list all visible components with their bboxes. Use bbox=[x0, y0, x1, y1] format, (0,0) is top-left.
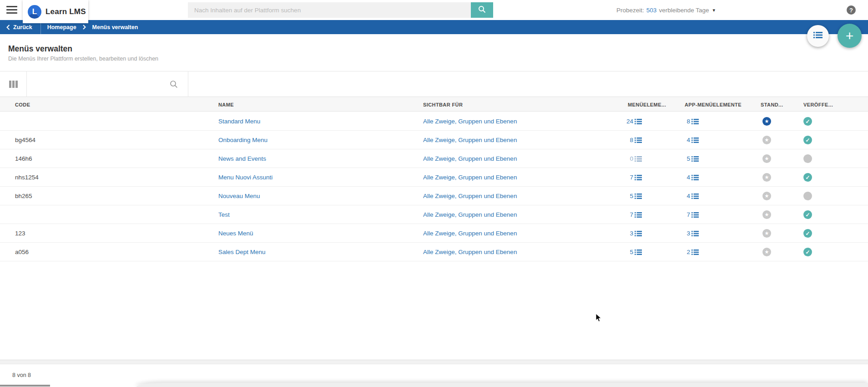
columns-picker-button[interactable] bbox=[0, 71, 27, 97]
table-header-row: CODE NAME SICHTBAR FÜR MENÜELEME... APP-… bbox=[0, 97, 868, 112]
search-icon bbox=[478, 5, 486, 15]
menu-items-count-link[interactable]: 3 bbox=[617, 230, 642, 237]
menu-name-link[interactable]: Test bbox=[218, 211, 230, 218]
published-toggle[interactable]: ✓ bbox=[803, 248, 812, 256]
trial-period-dropdown[interactable]: Probezeit: 503 verbleibende Tage ▾ bbox=[616, 0, 715, 20]
menu-items-count-link[interactable]: 0 bbox=[617, 155, 642, 162]
app-menu-items-count-link[interactable]: 5 bbox=[674, 155, 699, 162]
global-search-input[interactable] bbox=[188, 2, 471, 18]
help-button[interactable]: ? bbox=[844, 3, 858, 17]
column-header-standard[interactable]: STAND... bbox=[761, 97, 783, 112]
menu-visibility-link[interactable]: Alle Zweige, Gruppen und Ebenen bbox=[423, 230, 517, 237]
menu-name-link[interactable]: Menu Nuovi Assunti bbox=[218, 174, 273, 181]
published-toggle[interactable]: ✓ bbox=[803, 192, 812, 200]
star-icon: ★ bbox=[765, 194, 769, 199]
list-icon bbox=[635, 193, 642, 199]
standard-star-toggle[interactable]: ★ bbox=[762, 229, 771, 238]
mouse-cursor bbox=[595, 313, 602, 324]
menu-items-count-link[interactable]: 7 bbox=[617, 211, 642, 218]
add-menu-button[interactable]: + bbox=[838, 24, 862, 48]
published-toggle[interactable]: ✓ bbox=[803, 117, 812, 126]
column-header-menu-items[interactable]: MENÜELEME... bbox=[628, 97, 666, 112]
menu-items-count-link[interactable]: 8 bbox=[617, 137, 642, 143]
view-list-button[interactable] bbox=[807, 25, 829, 47]
menu-visibility-link[interactable]: Alle Zweige, Gruppen und Ebenen bbox=[423, 155, 517, 162]
column-header-visibility[interactable]: SICHTBAR FÜR bbox=[423, 97, 463, 112]
app-logo[interactable]: L Learn LMS bbox=[23, 0, 88, 23]
search-button[interactable] bbox=[471, 2, 493, 18]
menu-items-count: 5 bbox=[617, 249, 633, 255]
published-toggle[interactable]: ✓ bbox=[803, 173, 812, 182]
column-header-code[interactable]: CODE bbox=[15, 97, 30, 112]
check-icon: ✓ bbox=[805, 137, 810, 143]
published-toggle[interactable]: ✓ bbox=[803, 229, 812, 238]
list-icon bbox=[635, 118, 642, 125]
table-search-input[interactable] bbox=[27, 71, 168, 97]
app-menu-items-count: 4 bbox=[674, 193, 690, 199]
trial-prefix: Probezeit: bbox=[616, 7, 644, 14]
menu-items-count-link[interactable]: 7 bbox=[617, 174, 642, 181]
app-menu-items-count-link[interactable]: 7 bbox=[674, 211, 699, 218]
footer-divider bbox=[0, 360, 868, 364]
back-label: Zurück bbox=[13, 24, 32, 31]
app-menu-items-count-link[interactable]: 2 bbox=[674, 249, 699, 255]
menu-items-count-link[interactable]: 5 bbox=[617, 249, 642, 255]
menu-visibility-link[interactable]: Alle Zweige, Gruppen und Ebenen bbox=[423, 249, 517, 255]
standard-star-toggle[interactable]: ★ bbox=[762, 154, 771, 163]
list-icon bbox=[635, 156, 642, 162]
table-row: Test Alle Zweige, Gruppen und Ebenen 7 bbox=[0, 205, 868, 224]
published-toggle[interactable]: ✓ bbox=[803, 154, 812, 163]
menu-visibility-link[interactable]: Alle Zweige, Gruppen und Ebenen bbox=[423, 137, 517, 143]
app-menu-items-count-link[interactable]: 8 bbox=[674, 118, 699, 125]
menu-visibility-link[interactable]: Alle Zweige, Gruppen und Ebenen bbox=[423, 118, 517, 125]
standard-star-toggle[interactable]: ★ bbox=[762, 136, 771, 144]
standard-star-toggle[interactable]: ★ bbox=[762, 173, 771, 182]
menu-visibility-link[interactable]: Alle Zweige, Gruppen und Ebenen bbox=[423, 174, 517, 181]
table-row: Standard Menu Alle Zweige, Gruppen und E… bbox=[0, 112, 868, 131]
column-header-name[interactable]: NAME bbox=[218, 97, 234, 112]
hamburger-menu-icon[interactable] bbox=[6, 6, 17, 14]
table-row: a056 Sales Dept Menu Alle Zweige, Gruppe… bbox=[0, 243, 868, 261]
list-icon bbox=[635, 230, 642, 237]
standard-star-toggle[interactable]: ★ bbox=[762, 117, 771, 126]
app-menu-items-count-link[interactable]: 4 bbox=[674, 137, 699, 143]
list-icon bbox=[691, 249, 699, 255]
menu-items-count-link[interactable]: 5 bbox=[617, 193, 642, 199]
app-menu-items-count-link[interactable]: 3 bbox=[674, 230, 699, 237]
horizontal-scrollbar[interactable] bbox=[0, 385, 50, 387]
menu-name-link[interactable]: Nouveau Menu bbox=[218, 193, 260, 199]
menu-name-link[interactable]: Neues Menü bbox=[218, 230, 253, 237]
menu-name-link[interactable]: News and Events bbox=[218, 155, 266, 162]
menu-name-link[interactable]: Onboarding Menu bbox=[218, 137, 267, 143]
standard-star-toggle[interactable]: ★ bbox=[762, 192, 771, 200]
check-icon: ✓ bbox=[805, 212, 810, 218]
app-menu-items-count: 4 bbox=[674, 174, 690, 181]
trial-days: 503 bbox=[646, 7, 657, 14]
breadcrumb-item-homepage[interactable]: Homepage bbox=[41, 24, 83, 31]
menu-items-count-link[interactable]: 24 bbox=[617, 118, 642, 125]
standard-star-toggle[interactable]: ★ bbox=[762, 210, 771, 219]
table-search-cell bbox=[27, 71, 188, 97]
published-toggle[interactable]: ✓ bbox=[803, 136, 812, 144]
menu-name-link[interactable]: Sales Dept Menu bbox=[218, 249, 266, 255]
list-icon bbox=[691, 156, 699, 162]
table-body: Standard Menu Alle Zweige, Gruppen und E… bbox=[0, 112, 868, 261]
menu-visibility-link[interactable]: Alle Zweige, Gruppen und Ebenen bbox=[423, 211, 517, 218]
menu-name-link[interactable]: Standard Menu bbox=[218, 118, 260, 125]
column-header-published[interactable]: VERÖFFE... bbox=[803, 97, 833, 112]
published-toggle[interactable]: ✓ bbox=[803, 210, 812, 219]
app-menu-items-count-link[interactable]: 4 bbox=[674, 193, 699, 199]
check-icon: ✓ bbox=[805, 231, 810, 236]
column-header-app-menu-items[interactable]: APP-MENÜELEMENTE bbox=[685, 97, 742, 112]
star-icon: ★ bbox=[765, 250, 769, 255]
app-menu-items-count-link[interactable]: 4 bbox=[674, 174, 699, 181]
list-icon bbox=[691, 230, 699, 237]
global-search bbox=[188, 2, 493, 18]
menu-items-count: 0 bbox=[617, 155, 633, 162]
menu-visibility-link[interactable]: Alle Zweige, Gruppen und Ebenen bbox=[423, 193, 517, 199]
list-icon bbox=[635, 249, 642, 255]
list-icon bbox=[691, 212, 699, 218]
standard-star-toggle[interactable]: ★ bbox=[762, 248, 771, 256]
row-count-label: 8 von 8 bbox=[12, 372, 31, 378]
breadcrumb-item-current: Menüs verwalten bbox=[86, 24, 145, 31]
